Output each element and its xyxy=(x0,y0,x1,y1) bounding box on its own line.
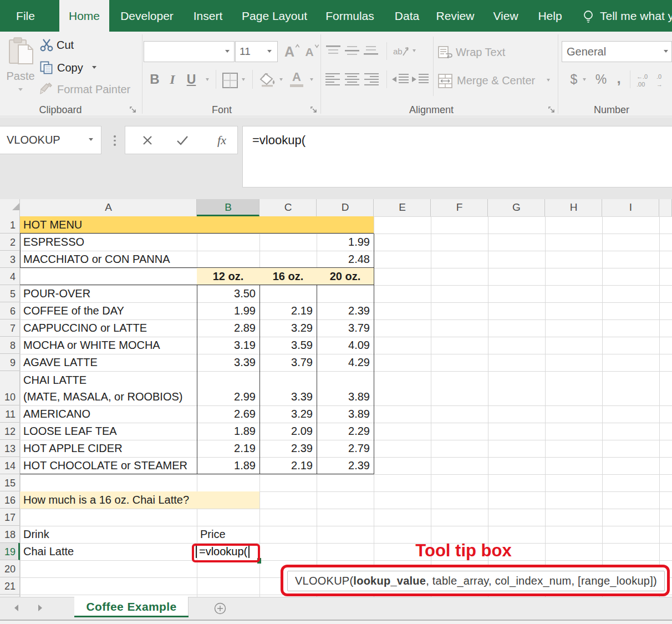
svg-text:.0: .0 xyxy=(656,73,661,80)
svg-text:.00: .00 xyxy=(637,81,645,88)
svg-text:←.0: ←.0 xyxy=(637,73,648,80)
svg-text:→: → xyxy=(656,81,663,88)
svg-text:ab: ab xyxy=(393,47,403,56)
